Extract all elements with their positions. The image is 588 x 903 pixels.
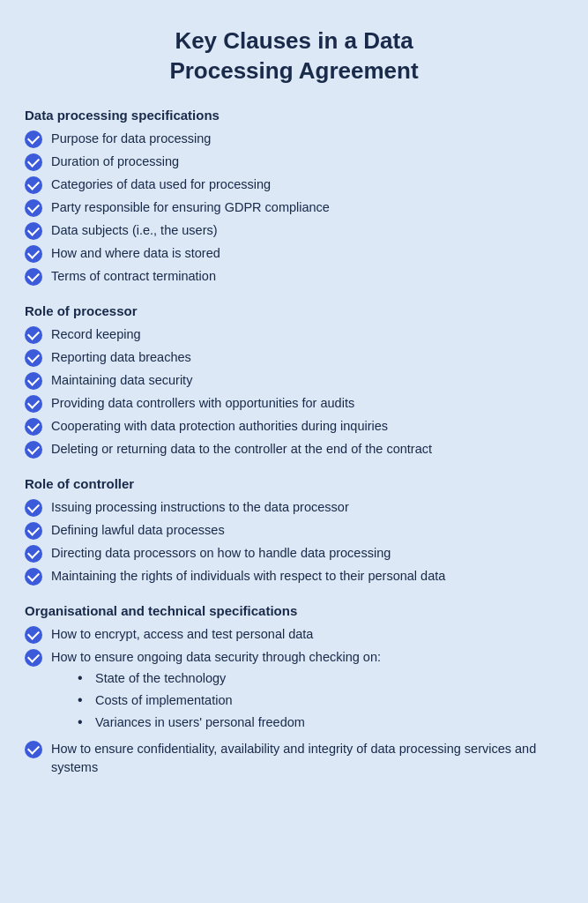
checkmark-icon	[25, 418, 42, 436]
checkmark-icon	[25, 268, 42, 286]
list-item: Issuing processing instructions to the d…	[25, 498, 563, 517]
item-text: Terms of contract termination	[51, 267, 563, 286]
item-text: Defining lawful data processes	[51, 521, 563, 540]
checkmark-icon	[25, 741, 42, 758]
checkmark-icon	[25, 441, 42, 459]
section-role-of-processor: Role of processorRecord keepingReporting…	[25, 303, 563, 459]
list-item: How to ensure confidentiality, availabil…	[25, 740, 563, 777]
item-text: How to ensure ongoing data security thro…	[51, 650, 381, 664]
list-item: Directing data processors on how to hand…	[25, 544, 563, 563]
checkmark-icon	[25, 649, 42, 667]
sub-item-text: Costs of implementation	[95, 691, 233, 710]
item-text: Maintaining the rights of individuals wi…	[51, 567, 563, 586]
list-item: Cooperating with data protection authori…	[25, 417, 563, 436]
sub-item-text: State of the technology	[95, 669, 226, 688]
item-text: How and where data is stored	[51, 244, 563, 263]
list-item: Reporting data breaches	[25, 348, 563, 367]
item-text: Maintaining data security	[51, 371, 563, 390]
sub-list: •State of the technology•Costs of implem…	[78, 669, 563, 732]
item-text: How to encrypt, access and test personal…	[51, 627, 313, 641]
checkmark-icon	[25, 568, 42, 586]
list-item: Deleting or returning data to the contro…	[25, 440, 563, 459]
checkmark-icon	[25, 176, 42, 194]
item-content: How to ensure confidentiality, availabil…	[51, 740, 563, 777]
checkmark-icon	[25, 131, 42, 148]
item-text: Record keeping	[51, 325, 563, 344]
sub-list-item: •Costs of implementation	[78, 691, 563, 710]
item-text: Deleting or returning data to the contro…	[51, 440, 563, 459]
list-item: Party responsible for ensuring GDPR comp…	[25, 198, 563, 217]
list-item: How to ensure ongoing data security thro…	[25, 648, 563, 735]
list-item: Terms of contract termination	[25, 267, 563, 286]
checkmark-icon	[25, 372, 42, 390]
list-item: Maintaining the rights of individuals wi…	[25, 567, 563, 586]
item-text: Categories of data used for processing	[51, 175, 563, 194]
sub-item-text: Variances in users' personal freedom	[95, 713, 305, 732]
checkmark-icon	[25, 153, 42, 171]
checkmark-icon	[25, 545, 42, 563]
section-list: Purpose for data processingDuration of p…	[25, 130, 563, 286]
sections-container: Data processing specificationsPurpose fo…	[25, 108, 563, 777]
sub-list-item: •State of the technology	[78, 669, 563, 688]
item-text: Purpose for data processing	[51, 130, 563, 148]
item-text: Data subjects (i.e., the users)	[51, 221, 563, 240]
list-item: Defining lawful data processes	[25, 521, 563, 540]
section-data-processing-specs: Data processing specificationsPurpose fo…	[25, 108, 563, 286]
section-list: How to encrypt, access and test personal…	[25, 625, 563, 777]
section-heading: Role of processor	[25, 303, 563, 318]
sub-list-item: •Variances in users' personal freedom	[78, 713, 563, 732]
checkmark-icon	[25, 222, 42, 240]
item-text: Providing data controllers with opportun…	[51, 394, 563, 413]
checkmark-icon	[25, 395, 42, 413]
item-text: Cooperating with data protection authori…	[51, 417, 563, 436]
item-content: How to encrypt, access and test personal…	[51, 625, 563, 644]
section-heading: Data processing specifications	[25, 108, 563, 123]
list-item: How to encrypt, access and test personal…	[25, 625, 563, 644]
list-item: Categories of data used for processing	[25, 175, 563, 194]
page-container: Key Clauses in a Data Processing Agreeme…	[0, 0, 588, 830]
list-item: Providing data controllers with opportun…	[25, 394, 563, 413]
section-heading: Role of controller	[25, 476, 563, 491]
list-item: Data subjects (i.e., the users)	[25, 221, 563, 240]
checkmark-icon	[25, 326, 42, 344]
list-item: Duration of processing	[25, 153, 563, 171]
list-item: Purpose for data processing	[25, 130, 563, 148]
list-item: Record keeping	[25, 325, 563, 344]
section-role-of-controller: Role of controllerIssuing processing ins…	[25, 476, 563, 586]
item-content: How to ensure ongoing data security thro…	[51, 648, 563, 735]
item-text: Directing data processors on how to hand…	[51, 544, 563, 563]
section-org-tech-specs: Organisational and technical specificati…	[25, 603, 563, 777]
item-text: Party responsible for ensuring GDPR comp…	[51, 198, 563, 217]
item-text: Duration of processing	[51, 153, 563, 171]
checkmark-icon	[25, 349, 42, 367]
section-list: Issuing processing instructions to the d…	[25, 498, 563, 586]
checkmark-icon	[25, 199, 42, 217]
checkmark-icon	[25, 245, 42, 263]
checkmark-icon	[25, 522, 42, 540]
list-item: How and where data is stored	[25, 244, 563, 263]
checkmark-icon	[25, 499, 42, 517]
item-text: Issuing processing instructions to the d…	[51, 498, 563, 517]
list-item: Maintaining data security	[25, 371, 563, 390]
item-text: How to ensure confidentiality, availabil…	[51, 742, 536, 774]
page-title: Key Clauses in a Data Processing Agreeme…	[25, 26, 563, 86]
section-heading: Organisational and technical specificati…	[25, 603, 563, 618]
checkmark-icon	[25, 626, 42, 644]
bullet-icon: •	[78, 713, 90, 732]
item-text: Reporting data breaches	[51, 348, 563, 367]
section-list: Record keepingReporting data breachesMai…	[25, 325, 563, 459]
bullet-icon: •	[78, 691, 90, 710]
bullet-icon: •	[78, 669, 90, 688]
